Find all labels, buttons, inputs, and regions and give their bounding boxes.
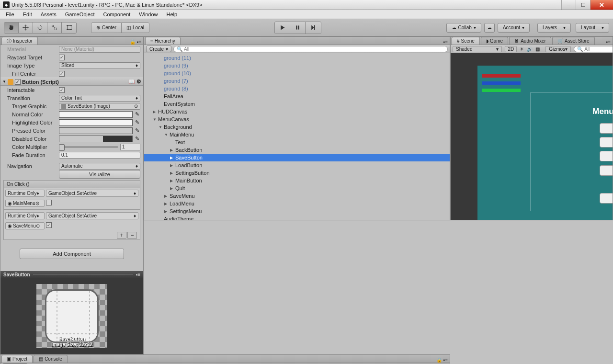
- component-gear-icon[interactable]: ⚙: [136, 79, 141, 85]
- layers-dropdown[interactable]: Layers ▾: [537, 23, 571, 33]
- hierarchy-search-input[interactable]: 🔍All: [173, 46, 448, 52]
- disabled-color-field[interactable]: [59, 136, 133, 142]
- pivot-local-button[interactable]: ◫ Local: [122, 23, 149, 33]
- layout-dropdown[interactable]: Layout ▾: [576, 23, 609, 33]
- target-graphic-field[interactable]: SaveButton (Image)⊙: [59, 103, 140, 110]
- menu-help[interactable]: Help: [162, 11, 181, 18]
- hierarchy-item[interactable]: FallArea: [144, 92, 450, 100]
- menu-component[interactable]: Component: [99, 11, 134, 18]
- object-field-2[interactable]: ◉SaveMenu ⊙: [5, 222, 45, 229]
- visualize-button[interactable]: Visualize: [59, 170, 140, 179]
- hierarchy-item[interactable]: ▶BackButton: [144, 146, 450, 154]
- rect-tool-button[interactable]: [62, 23, 76, 33]
- 2d-toggle[interactable]: 2D: [505, 46, 517, 52]
- transition-dropdown[interactable]: Color Tint♦: [59, 95, 140, 102]
- inspector-tab[interactable]: ⓘ Inspector: [1, 37, 38, 45]
- component-help-icon[interactable]: 📖: [128, 79, 135, 85]
- color-multiplier-value[interactable]: 1: [120, 144, 140, 150]
- onclick-remove-button[interactable]: −: [127, 232, 137, 239]
- audio-toggle-icon[interactable]: 🔊: [527, 46, 533, 52]
- account-dropdown[interactable]: Account ▾: [498, 23, 530, 33]
- window-minimize-button[interactable]: ─: [561, 0, 576, 10]
- setactive-checkbox-2[interactable]: ✓: [46, 222, 52, 228]
- project-options-icon[interactable]: 🔒 ▪≡: [434, 357, 450, 363]
- console-tab[interactable]: ▤ Console: [34, 355, 68, 363]
- function-dropdown-2[interactable]: GameObject.SetActive♦: [46, 212, 138, 219]
- function-dropdown-1[interactable]: GameObject.SetActive♦: [46, 190, 138, 197]
- hierarchy-item[interactable]: ▶HUDCanvas: [144, 108, 450, 115]
- hierarchy-options-icon[interactable]: ▪≡: [442, 39, 450, 45]
- asset-store-tab[interactable]: 🛒 Asset Store: [552, 37, 595, 45]
- game-tab[interactable]: ◗ Game: [481, 37, 508, 45]
- hierarchy-item[interactable]: ▶SaveButton: [144, 154, 450, 161]
- scene-options-icon[interactable]: ▪≡: [604, 39, 613, 45]
- menu-gameobject[interactable]: GameObject: [61, 11, 99, 18]
- hierarchy-item[interactable]: ▶SettingsButton: [144, 169, 450, 177]
- menu-assets[interactable]: Assets: [37, 11, 60, 18]
- preview-header[interactable]: SaveButton▪≡: [0, 271, 143, 278]
- hierarchy-item[interactable]: ▶Quit: [144, 184, 450, 192]
- shading-mode-dropdown[interactable]: Shaded▾: [453, 46, 502, 52]
- window-close-button[interactable]: ✕: [590, 0, 613, 10]
- onclick-add-button[interactable]: +: [117, 232, 126, 239]
- hierarchy-item[interactable]: ground (8): [144, 85, 450, 92]
- fade-duration-field[interactable]: 0.1: [59, 152, 140, 159]
- eyedropper-icon[interactable]: ✎: [134, 119, 140, 126]
- navigation-dropdown[interactable]: Automatic♦: [59, 163, 140, 170]
- color-multiplier-slider[interactable]: [59, 146, 118, 148]
- hierarchy-tab[interactable]: ≡ Hierarchy: [145, 37, 181, 45]
- hierarchy-item[interactable]: ground (11): [144, 54, 450, 62]
- hierarchy-create-dropdown[interactable]: Create ▾: [146, 46, 171, 52]
- hierarchy-item[interactable]: ▶SaveMenu: [144, 192, 450, 200]
- hierarchy-item[interactable]: Text: [144, 138, 450, 146]
- pivot-center-button[interactable]: ⊕ Center: [91, 23, 122, 33]
- menu-edit[interactable]: Edit: [19, 11, 36, 18]
- audio-mixer-tab[interactable]: 🎚 Audio Mixer: [509, 37, 551, 45]
- project-tab[interactable]: ▣ Project: [1, 355, 33, 363]
- cloud-button[interactable]: ☁: [484, 23, 495, 33]
- highlighted-color-field[interactable]: [59, 119, 133, 126]
- hierarchy-item[interactable]: ground (9): [144, 62, 450, 69]
- raycast-target-checkbox[interactable]: ✓: [59, 55, 65, 60]
- hierarchy-item[interactable]: AudioTheme: [144, 215, 450, 220]
- hierarchy-item[interactable]: ▶LoadButton: [144, 161, 450, 169]
- hand-tool-button[interactable]: [4, 23, 19, 33]
- eyedropper-icon[interactable]: ✎: [134, 111, 140, 118]
- runtime-dropdown-2[interactable]: Runtime Only ♦: [5, 212, 45, 219]
- scene-viewport[interactable]: Menu Back to game Save Game Load Game Se…: [451, 53, 613, 220]
- material-field[interactable]: None (Material): [59, 46, 140, 53]
- eyedropper-icon[interactable]: ✎: [134, 127, 140, 134]
- hierarchy-tree[interactable]: ground (11)ground (9)ground (10)ground (…: [144, 53, 450, 220]
- scene-search-input[interactable]: 🔍All: [574, 46, 613, 52]
- runtime-dropdown-1[interactable]: Runtime Only ♦: [5, 190, 45, 197]
- preview-options-icon[interactable]: ▪≡: [136, 272, 140, 277]
- hierarchy-item[interactable]: ▶MainButton: [144, 177, 450, 184]
- step-button[interactable]: [306, 22, 321, 34]
- scene-tab[interactable]: # Scene: [452, 37, 480, 45]
- pause-button[interactable]: [290, 22, 306, 34]
- menu-file[interactable]: File: [2, 11, 18, 18]
- hierarchy-item[interactable]: ▶SettingsMenu: [144, 207, 450, 215]
- fx-toggle-icon[interactable]: ▦: [535, 46, 540, 52]
- hierarchy-item[interactable]: ground (7): [144, 77, 450, 85]
- hierarchy-item[interactable]: EventSystem: [144, 100, 450, 108]
- interactable-checkbox[interactable]: ✓: [59, 87, 65, 93]
- pressed-color-field[interactable]: [59, 127, 133, 134]
- hierarchy-item[interactable]: ▼MainMenu: [144, 131, 450, 138]
- rotate-tool-button[interactable]: [33, 23, 47, 33]
- button-component-header[interactable]: ▼✓Button (Script)📖⚙: [0, 78, 143, 86]
- move-tool-button[interactable]: [19, 23, 33, 33]
- add-component-button[interactable]: Add Component: [20, 249, 124, 259]
- image-type-dropdown[interactable]: Sliced♦: [59, 62, 140, 69]
- eyedropper-icon[interactable]: ✎: [134, 136, 140, 142]
- collab-dropdown[interactable]: ☁ Collab ▾: [446, 23, 481, 33]
- lighting-toggle-icon[interactable]: ☀: [520, 46, 524, 52]
- inspector-lock-icon[interactable]: 🔒 ▪≡: [128, 39, 143, 45]
- hierarchy-item[interactable]: ▼Background: [144, 123, 450, 131]
- hierarchy-item[interactable]: ▶LoadMenu: [144, 200, 450, 207]
- window-maximize-button[interactable]: ☐: [576, 0, 590, 10]
- setactive-checkbox-1[interactable]: [46, 200, 52, 205]
- hierarchy-item[interactable]: ▼MenuCanvas: [144, 115, 450, 123]
- object-field-1[interactable]: ◉MainMenu ⊙: [5, 200, 45, 207]
- hierarchy-item[interactable]: ground (10): [144, 69, 450, 77]
